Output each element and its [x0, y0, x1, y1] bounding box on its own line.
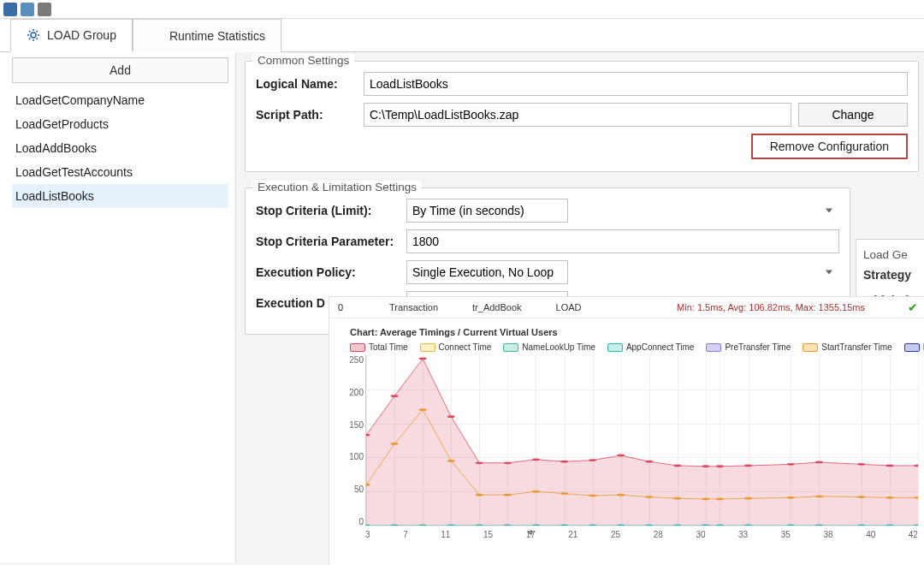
chart-title: Chart: Average Timings / Current Virtual… — [329, 318, 924, 342]
list-item[interactable]: LoadListBooks — [12, 184, 228, 208]
svg-point-12 — [673, 465, 681, 467]
toolbar-icon[interactable] — [38, 3, 51, 16]
svg-point-35 — [744, 497, 752, 500]
svg-point-28 — [560, 492, 568, 495]
chart-header: 0 Transaction tr_AddBook LOAD Min: 1.5ms… — [329, 297, 924, 318]
legend-item[interactable]: Redirec — [904, 342, 924, 352]
svg-point-39 — [886, 497, 893, 499]
svg-point-16 — [787, 463, 795, 466]
svg-point-7 — [532, 458, 540, 461]
svg-point-18 — [857, 463, 865, 466]
svg-point-10 — [617, 455, 625, 457]
list-item[interactable]: LoadGetTestAccounts — [12, 160, 228, 184]
chart-index: 0 — [338, 302, 355, 312]
svg-point-38 — [857, 496, 865, 498]
legend-label: Connect Time — [439, 342, 492, 352]
svg-point-36 — [787, 497, 795, 499]
fieldset-legend: Load Ge — [863, 248, 924, 261]
common-settings-fieldset: Common Settings Logical Name: Script Pat… — [245, 61, 919, 172]
legend-swatch — [904, 343, 920, 352]
legend-item[interactable]: Total Time — [350, 342, 408, 352]
legend-label: AppConnect Time — [626, 342, 695, 352]
add-button[interactable]: Add — [12, 57, 228, 83]
svg-point-37 — [815, 495, 823, 497]
logical-name-input[interactable] — [364, 72, 908, 96]
toolbar-icon[interactable] — [3, 3, 17, 16]
svg-point-33 — [702, 498, 709, 501]
top-toolbar — [0, 0, 924, 19]
sidebar: Add LoadGetCompanyNameLoadGetProductsLoa… — [0, 52, 236, 562]
chart-legend: Total TimeConnect TimeNameLookUp TimeApp… — [329, 342, 924, 355]
svg-point-31 — [645, 496, 653, 498]
svg-point-11 — [645, 461, 653, 463]
svg-point-2 — [391, 395, 399, 397]
legend-swatch — [706, 343, 721, 352]
chart-area: 250200150100500 371115172125283033353840… — [365, 355, 918, 542]
tab-runtime-statistics[interactable]: Runtime Statistics — [133, 19, 281, 52]
exec-policy-select[interactable] — [406, 260, 568, 284]
exec-policy-label: Execution Policy: — [256, 265, 400, 279]
list-item[interactable]: LoadGetProducts — [12, 112, 228, 136]
svg-point-23 — [419, 408, 427, 411]
svg-point-9 — [589, 459, 596, 461]
loadgen-row: Strategy — [863, 268, 924, 282]
svg-point-34 — [716, 498, 724, 501]
svg-point-14 — [716, 465, 724, 467]
legend-swatch — [503, 343, 518, 352]
list-item[interactable]: LoadAddBooks — [12, 136, 228, 160]
stop-param-label: Stop Criteria Parameter: — [256, 235, 400, 248]
chart-stats: Min: 1.5ms, Avg: 106.82ms, Max: 1355.15m… — [677, 302, 865, 312]
svg-point-26 — [504, 494, 512, 497]
chart-panel: 0 Transaction tr_AddBook LOAD Min: 1.5ms… — [329, 296, 924, 565]
svg-point-25 — [476, 494, 483, 497]
stop-param-input[interactable] — [406, 229, 839, 253]
legend-swatch — [420, 343, 435, 352]
legend-item[interactable]: AppConnect Time — [607, 342, 695, 352]
transaction-label: Transaction — [389, 302, 438, 312]
svg-point-13 — [702, 465, 709, 467]
svg-point-19 — [886, 465, 893, 467]
gear-icon — [27, 28, 40, 42]
check-icon: ✔ — [908, 300, 918, 314]
legend-item[interactable]: NameLookUp Time — [503, 342, 595, 352]
svg-point-8 — [560, 461, 568, 463]
list-item[interactable]: LoadGetCompanyName — [12, 88, 228, 112]
legend-item[interactable]: Connect Time — [420, 342, 492, 352]
legend-label: Total Time — [369, 342, 408, 352]
tab-label: LOAD Group — [47, 28, 116, 42]
legend-label: PreTransfer Time — [725, 342, 791, 352]
logical-name-label: Logical Name: — [256, 77, 357, 91]
svg-point-30 — [617, 494, 625, 497]
legend-item[interactable]: PreTransfer Time — [706, 342, 791, 352]
svg-point-22 — [391, 443, 399, 445]
svg-point-5 — [476, 461, 483, 464]
svg-point-32 — [673, 497, 681, 500]
toolbar-icon[interactable] — [21, 3, 34, 16]
stop-criteria-label: Stop Criteria (Limit): — [256, 204, 400, 217]
legend-swatch — [350, 343, 365, 352]
script-path-input[interactable] — [364, 103, 791, 127]
svg-point-6 — [504, 461, 512, 464]
legend-label: NameLookUp Time — [522, 342, 595, 352]
svg-point-3 — [419, 358, 427, 360]
tab-label: Runtime Statistics — [169, 29, 265, 43]
tab-load-group[interactable]: LOAD Group — [10, 19, 133, 52]
grid-icon — [149, 29, 163, 43]
svg-point-15 — [744, 465, 752, 467]
svg-point-27 — [532, 491, 540, 493]
remove-configuration-button[interactable]: Remove Configuration — [751, 134, 908, 159]
legend-label: StartTransfer Time — [821, 342, 891, 352]
load-label: LOAD — [556, 302, 582, 312]
cursor-icon: ⌖ — [528, 526, 534, 538]
svg-point-17 — [815, 461, 823, 464]
change-button[interactable]: Change — [798, 103, 908, 127]
svg-point-24 — [447, 460, 455, 462]
fieldset-legend: Common Settings — [252, 54, 354, 67]
script-path-label: Script Path: — [256, 108, 357, 122]
legend-item[interactable]: StartTransfer Time — [803, 342, 891, 352]
svg-point-0 — [31, 33, 36, 38]
legend-swatch — [607, 343, 623, 352]
legend-swatch — [803, 343, 818, 352]
stop-criteria-select[interactable] — [406, 199, 568, 223]
main-tab-bar: LOAD Group Runtime Statistics — [0, 19, 924, 52]
